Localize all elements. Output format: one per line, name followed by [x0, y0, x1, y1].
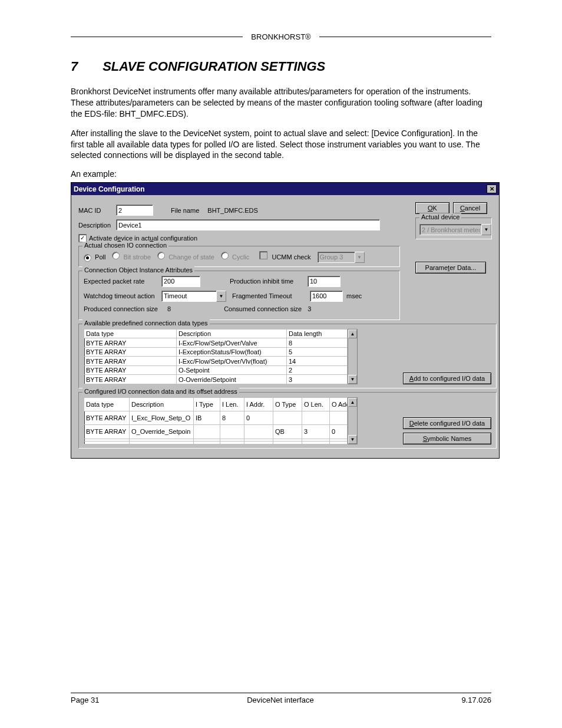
avail-scrollbar[interactable]: ▲ ▼ [348, 329, 358, 384]
table-row[interactable]: BYTE ARRAYO_Override_SetpoinQB30 [84, 425, 348, 439]
paragraph-2: After installing the slave to the Device… [71, 128, 491, 162]
dialog-title: Device Configuration [74, 185, 145, 193]
ucmm-group-value [318, 252, 355, 263]
table-row[interactable] [84, 442, 348, 444]
epr-input[interactable] [161, 276, 200, 287]
table-row[interactable]: BYTE ARRAYI-ExceptionStatus/Flow(float)5 [84, 347, 348, 357]
poll-radio-label: Poll [95, 253, 105, 261]
avail-col-length: Data length [287, 329, 348, 338]
ucmm-group-dropdown: ▼ [318, 252, 365, 263]
description-label: Description [78, 222, 116, 229]
device-configuration-dialog: Device Configuration ✕ OK Cancel Actual … [71, 182, 500, 459]
cyclic-radio [221, 252, 229, 259]
ucmm-checkbox[interactable] [259, 251, 267, 259]
conf-scrollbar[interactable]: ▲ ▼ [348, 397, 358, 444]
scroll-down-icon[interactable]: ▼ [348, 375, 357, 384]
activate-label: Activate device in actual configuration [89, 235, 197, 242]
ft-label: Fragmented Timeout [232, 292, 310, 299]
table-row[interactable]: BYTE ARRAYI-Exc/Flow/Setp/Over/Valve8 [84, 338, 348, 348]
brand: BRONKHORST® [247, 32, 314, 41]
mac-id-label: MAC ID [78, 207, 116, 214]
conf-col-itype: I Type [194, 397, 220, 411]
activate-checkbox[interactable]: ✓ [78, 234, 87, 242]
epr-label: Expected packet rate [84, 278, 161, 285]
file-name-label: File name [171, 207, 199, 214]
symbolic-names-button[interactable]: Symbolic Names [403, 433, 491, 444]
available-table[interactable]: Data type Description Data length BYTE A… [84, 329, 348, 384]
chapter-title: SLAVE CONFIGURATION SETTINGS [103, 59, 325, 74]
table-row[interactable]: BYTE ARRAYI_Exc_Flow_Setp_OIB80 [84, 411, 348, 425]
mac-id-input[interactable] [116, 205, 153, 216]
ccs-value: 3 [308, 305, 311, 312]
description-input[interactable] [116, 219, 380, 230]
example-label: An example: [71, 169, 491, 179]
cos-radio-label: Change of state [168, 253, 214, 261]
file-name-value: BHT_DMFC.EDS [207, 207, 258, 214]
conn-attr-group-title: Connection Object Instance Attributes [82, 266, 194, 274]
table-row[interactable]: BYTE ARRAYO-Setpoint2 [84, 365, 348, 375]
parameter-data-button[interactable]: Parameter Data... [415, 262, 486, 274]
chevron-down-icon[interactable]: ▼ [216, 291, 226, 302]
cos-radio [157, 252, 165, 259]
close-icon[interactable]: ✕ [487, 185, 497, 193]
bitstrobe-radio-label: Bit strobe [124, 253, 151, 261]
poll-radio[interactable] [84, 254, 91, 262]
page-footer: Page 31 DeviceNet interface 9.17.026 [71, 693, 491, 704]
cancel-button[interactable]: Cancel [453, 202, 487, 214]
footer-right: 9.17.026 [461, 696, 491, 704]
ok-button[interactable]: OK [415, 202, 449, 214]
conf-group-title: Configured I/O connection data and its o… [82, 388, 239, 395]
chevron-down-icon: ▼ [355, 252, 365, 263]
pit-input[interactable] [308, 276, 340, 287]
conf-col-olen: O Len. [302, 397, 330, 411]
wdt-value [161, 291, 216, 302]
configured-table[interactable]: Data type Description I Type I Len. I Ad… [84, 397, 348, 444]
conf-col-otype: O Type [273, 397, 302, 411]
avail-col-datatype: Data type [84, 329, 177, 338]
ft-unit: msec [346, 292, 362, 299]
conf-col-iaddr: I Addr. [244, 397, 273, 411]
avail-col-description: Description [177, 329, 287, 338]
wdt-dropdown[interactable]: ▼ [161, 291, 226, 302]
dialog-titlebar[interactable]: Device Configuration ✕ [71, 183, 499, 195]
table-row[interactable]: BYTE ARRAYO-Override/Setpoint3 [84, 375, 348, 384]
scroll-up-icon[interactable]: ▲ [348, 398, 357, 407]
actual-device-dropdown[interactable]: ▼ [419, 224, 491, 235]
ft-input[interactable] [310, 291, 343, 302]
ccs-label: Consumed connection size [224, 305, 308, 312]
pit-label: Production inhibit time [230, 278, 308, 285]
conf-col-description: Description [130, 397, 194, 411]
conf-col-datatype: Data type [84, 397, 130, 411]
chapter-number: 7 [71, 59, 99, 74]
conf-col-oaddr: O Addr. [330, 397, 348, 411]
chapter-heading: 7 SLAVE CONFIGURATION SETTINGS [71, 59, 491, 74]
actual-device-value [419, 224, 481, 235]
footer-center: DeviceNet interface [247, 696, 313, 704]
actual-device-group-title: Actual device [419, 213, 461, 220]
cyclic-radio-label: Cyclic [232, 253, 249, 261]
delete-io-button[interactable]: Delete configured I/O data [403, 417, 491, 429]
table-row[interactable]: BYTE ARRAYI-Exc/Flow/Setp/Over/Vlv(float… [84, 357, 348, 366]
io-group-title: Actual chosen IO connection [82, 242, 168, 249]
footer-page: Page 31 [71, 696, 99, 704]
chevron-down-icon: ▼ [481, 224, 491, 235]
scroll-down-icon[interactable]: ▼ [348, 435, 357, 444]
wdt-label: Watchdog timeout action [84, 292, 161, 299]
scroll-up-icon[interactable]: ▲ [348, 330, 357, 338]
page-header: BRONKHORST® [71, 32, 491, 41]
ucmm-label: UCMM check [272, 253, 310, 261]
pcs-label: Produced connection size [84, 305, 167, 312]
add-io-button[interactable]: Add to configured I/O data [403, 373, 491, 384]
conf-col-ilen: I Len. [220, 397, 244, 411]
bitstrobe-radio [112, 252, 120, 259]
paragraph-1: Bronkhorst DeviceNet instruments offer m… [71, 86, 491, 120]
avail-group-title: Available predefined connection data typ… [82, 319, 210, 327]
pcs-value: 8 [167, 305, 171, 312]
